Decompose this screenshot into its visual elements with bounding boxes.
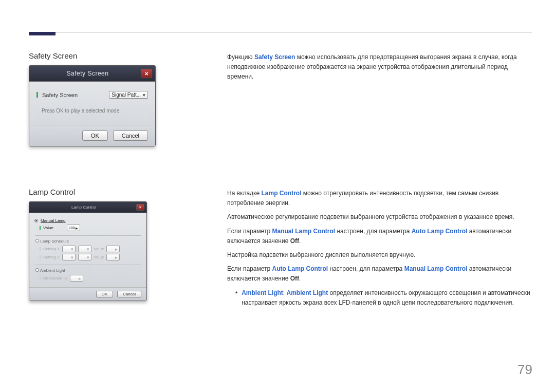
dialog-title: Lamp Control <box>31 205 136 210</box>
lamp-desc-p3: Если параметр Manual Lamp Control настро… <box>227 227 534 246</box>
header-rule <box>29 32 532 32</box>
dialog-title: Safety Screen <box>34 70 141 77</box>
safety-screen-heading: Safety Screen <box>29 51 209 60</box>
close-icon[interactable]: ✕ <box>141 69 152 78</box>
safety-screen-section: Safety Screen Safety Screen ✕ Safety Scr… <box>29 51 534 146</box>
radio-icon[interactable] <box>34 219 38 222</box>
value-select[interactable]: 100 ▸ <box>67 225 80 231</box>
safety-screen-label: Safety Screen <box>42 92 78 98</box>
safety-screen-description: Функцию Safety Screen можно использовать… <box>227 52 534 82</box>
lamp-desc-p1: На вкладке Lamp Control можно отрегулиро… <box>227 189 534 208</box>
lamp-desc-p5: Если параметр Auto Lamp Control настроен… <box>227 264 534 284</box>
chevron-down-icon: ▾ <box>143 92 145 98</box>
cancel-button[interactable]: Cancel <box>113 130 148 141</box>
bullet-icon: • <box>235 288 237 308</box>
radio-icon[interactable] <box>35 268 39 272</box>
safety-screen-dialog: Safety Screen ✕ Safety Screen Signal Pat… <box>29 65 156 146</box>
lamp-schedule-label: Lamp Schedule <box>40 239 69 244</box>
dialog-titlebar: Safety Screen ✕ <box>29 66 155 82</box>
radio-icon[interactable] <box>35 239 39 242</box>
dialog-hint: Press OK to play a selected mode. <box>42 108 148 114</box>
lamp-bullet: • Ambient Light: Ambient Light определяе… <box>235 288 534 308</box>
header-accent <box>29 32 55 35</box>
manual-lamp-label: Manual Lamp <box>41 218 65 223</box>
close-icon[interactable]: ✕ <box>136 204 144 211</box>
value-label: Value <box>43 226 53 230</box>
lamp-control-section: Lamp Control Lamp Control ✕ Manual Lamp <box>29 188 534 308</box>
lamp-control-heading: Lamp Control <box>29 188 209 196</box>
lamp-desc-p4: Настройка подсветки выбранного дисплея в… <box>227 250 534 260</box>
cancel-button[interactable]: Cancel <box>117 291 141 297</box>
lamp-control-dialog: Lamp Control ✕ Manual Lamp Value <box>29 201 147 301</box>
lamp-desc-p2: Автоматическое регулирование подсветки в… <box>227 212 534 222</box>
ambient-light-label: Ambient Light <box>40 268 65 273</box>
ok-button[interactable]: OK <box>96 291 114 297</box>
accent-bar-icon <box>40 226 41 230</box>
ok-button[interactable]: OK <box>82 130 108 141</box>
signal-pattern-select[interactable]: Signal Patt... ▾ <box>109 91 148 99</box>
chevron-right-icon: ▸ <box>76 226 78 231</box>
page-number: 79 <box>517 362 532 378</box>
accent-bar-icon <box>36 92 38 98</box>
